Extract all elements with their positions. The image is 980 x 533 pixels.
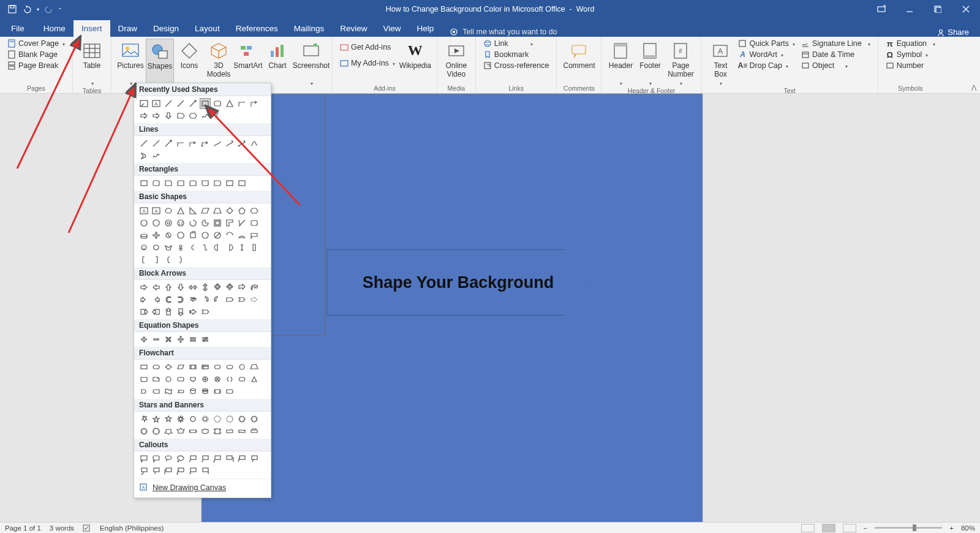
ba-c4[interactable] [200,294,211,305]
tab-references[interactable]: References [228,20,286,37]
basic-para[interactable] [200,205,211,216]
icons-button[interactable]: Icons [175,39,203,70]
table-button[interactable]: Table [78,39,106,87]
star-2[interactable] [151,414,162,425]
ba-c11[interactable] [163,306,174,317]
star-1[interactable] [138,414,149,425]
star-12[interactable] [151,426,162,437]
co-3[interactable] [163,453,174,464]
basic-1[interactable]: A [138,205,149,216]
ba-lr[interactable] [187,282,198,293]
star-5[interactable] [187,414,198,425]
maximize-icon[interactable] [924,0,952,18]
star-4[interactable] [175,414,186,425]
basic-d5[interactable] [138,254,149,265]
fc-b1[interactable] [163,374,174,385]
basic-b10[interactable] [151,230,162,241]
fc-12[interactable] [151,374,162,385]
eq-eq[interactable] [187,334,198,345]
star-8[interactable] [224,414,235,425]
fc-b5[interactable] [212,374,223,385]
ban-8[interactable] [249,426,260,437]
cross-reference-button[interactable]: Cross-reference [481,61,552,70]
basic-b11[interactable] [163,230,174,241]
fc-7[interactable] [212,361,223,372]
tab-review[interactable]: Review [332,20,375,37]
basic-b3[interactable] [187,217,198,229]
tab-help[interactable]: Help [409,20,442,37]
minimize-icon[interactable] [895,0,924,18]
rect-3[interactable] [163,178,174,189]
co-11[interactable] [138,466,149,477]
fc-b4[interactable] [200,374,211,385]
basic-hept[interactable] [138,217,149,229]
basic-oct[interactable] [151,217,162,229]
share-button[interactable]: Share [937,28,980,37]
line-9[interactable] [236,138,247,149]
basic-2[interactable]: A [151,205,162,216]
shape-line2[interactable] [175,98,186,109]
basic-d7[interactable] [163,254,174,265]
shape-block-arrow-r[interactable] [138,110,149,121]
shape-freeform[interactable] [200,110,211,121]
undo-icon[interactable] [22,4,32,14]
ba-10[interactable] [249,282,260,293]
star-11[interactable] [138,426,149,437]
co-7[interactable] [212,453,223,464]
co-12[interactable] [151,466,162,477]
fc-3[interactable] [163,361,174,372]
cover-page-button[interactable]: Cover Page [5,39,67,48]
basic-d6[interactable] [151,254,162,265]
co-4[interactable] [175,453,186,464]
header-button[interactable]: Header [606,39,635,87]
shape-text[interactable]: A [151,98,162,109]
co-1[interactable] [138,453,149,464]
co-2[interactable] [151,453,162,464]
get-addins-button[interactable]: Get Add-ins [337,42,398,52]
basic-c1[interactable] [187,230,198,241]
shape-block-arrow-d[interactable] [163,110,174,121]
blank-page-button[interactable]: Blank Page [5,50,67,59]
fc-1[interactable] [138,361,149,372]
pentagon-arrow-shape[interactable]: Shape Your Background [326,249,590,316]
co-b3[interactable] [187,466,198,477]
fc-c1[interactable] [187,386,198,397]
rect-7[interactable] [212,178,223,189]
co-10[interactable] [249,453,260,464]
number-button[interactable]: Number [883,61,938,70]
comment-button[interactable]: Comment [562,39,596,70]
shape-pentagon[interactable] [175,110,186,121]
fc-b10[interactable] [151,386,162,397]
status-language[interactable]: English (Philippines) [100,524,164,532]
ba-d[interactable] [175,282,186,293]
co-8[interactable] [224,453,235,464]
ba-c9[interactable] [138,306,149,317]
shape-triangle[interactable] [224,98,235,109]
text-box-button[interactable]: AText Box [706,39,734,87]
fc-b7[interactable] [236,374,247,385]
shape-elbow[interactable] [236,98,247,109]
basic-c9[interactable] [163,242,174,253]
basic-rtri[interactable] [187,205,198,216]
tab-draw[interactable]: Draw [110,20,146,37]
basic-c6[interactable] [249,230,260,241]
online-video-button[interactable]: Online Video [442,39,470,79]
basic-dia[interactable] [224,205,235,216]
line-7[interactable] [212,138,223,149]
line-6[interactable] [200,138,211,149]
link-button[interactable]: Link [481,39,552,48]
fc-9[interactable] [236,361,247,372]
basic-b9[interactable] [138,230,149,241]
save-icon[interactable] [7,4,17,14]
ba-c8[interactable] [249,294,260,305]
shape-line[interactable] [163,98,174,109]
drop-cap-button[interactable]: A≡Drop Cap [736,61,797,70]
view-read-mode[interactable] [801,524,815,532]
basic-c8[interactable] [151,242,162,253]
shape-block-arrow-r2[interactable] [151,110,162,121]
line-5[interactable] [187,138,198,149]
basic-trap[interactable] [212,205,223,216]
tab-insert[interactable]: Insert [74,20,110,37]
ba-c2[interactable] [175,294,186,305]
basic-c7[interactable] [138,242,149,253]
